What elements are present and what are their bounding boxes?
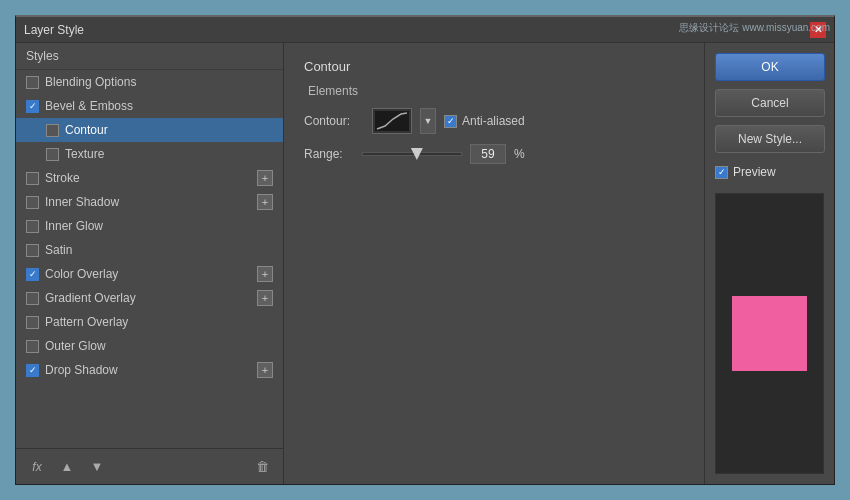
sidebar-item-stroke[interactable]: Stroke+ — [16, 166, 283, 190]
label-contour: Contour — [65, 123, 108, 137]
range-input[interactable] — [470, 144, 506, 164]
label-pattern-overlay: Pattern Overlay — [45, 315, 128, 329]
layer-style-dialog: Layer Style 思缘设计论坛 www.missyuan.com ✕ St… — [15, 15, 835, 485]
right-panel: OK Cancel New Style... Preview — [704, 43, 834, 484]
label-inner-glow: Inner Glow — [45, 219, 103, 233]
dialog-body: Styles Blending OptionsBevel & EmbossCon… — [16, 43, 834, 484]
checkbox-pattern-overlay[interactable] — [26, 316, 39, 329]
sidebar-item-outer-glow[interactable]: Outer Glow — [16, 334, 283, 358]
watermark: 思缘设计论坛 www.missyuan.com — [679, 21, 830, 35]
center-panel: Contour Elements Contour: ▼ Anti-aliased — [284, 43, 704, 484]
checkbox-contour[interactable] — [46, 124, 59, 137]
checkbox-color-overlay[interactable] — [26, 268, 39, 281]
add-btn-color-overlay[interactable]: + — [257, 266, 273, 282]
panel-footer: fx ▲ ▼ 🗑 — [16, 448, 283, 484]
add-btn-drop-shadow[interactable]: + — [257, 362, 273, 378]
label-bevel-emboss: Bevel & Emboss — [45, 99, 133, 113]
style-list: Blending OptionsBevel & EmbossContourTex… — [16, 70, 283, 448]
sidebar-item-contour[interactable]: Contour — [16, 118, 283, 142]
sidebar-item-gradient-overlay[interactable]: Gradient Overlay+ — [16, 286, 283, 310]
label-stroke: Stroke — [45, 171, 80, 185]
sidebar-item-texture[interactable]: Texture — [16, 142, 283, 166]
checkbox-inner-shadow[interactable] — [26, 196, 39, 209]
checkbox-texture[interactable] — [46, 148, 59, 161]
label-color-overlay: Color Overlay — [45, 267, 118, 281]
ok-button[interactable]: OK — [715, 53, 825, 81]
delete-button[interactable]: 🗑 — [251, 457, 273, 477]
label-inner-shadow: Inner Shadow — [45, 195, 119, 209]
styles-header: Styles — [16, 43, 283, 70]
range-row: Range: % — [304, 144, 684, 164]
sidebar-item-color-overlay[interactable]: Color Overlay+ — [16, 262, 283, 286]
left-panel: Styles Blending OptionsBevel & EmbossCon… — [16, 43, 284, 484]
sidebar-item-bevel-emboss[interactable]: Bevel & Emboss — [16, 94, 283, 118]
range-thumb[interactable] — [411, 148, 423, 160]
sidebar-item-inner-shadow[interactable]: Inner Shadow+ — [16, 190, 283, 214]
add-btn-stroke[interactable]: + — [257, 170, 273, 186]
label-outer-glow: Outer Glow — [45, 339, 106, 353]
contour-label: Contour: — [304, 114, 364, 128]
new-style-button[interactable]: New Style... — [715, 125, 825, 153]
contour-preview[interactable] — [372, 108, 412, 134]
sidebar-item-pattern-overlay[interactable]: Pattern Overlay — [16, 310, 283, 334]
preview-row: Preview — [715, 165, 824, 179]
fx-button[interactable]: fx — [26, 457, 48, 477]
checkbox-inner-glow[interactable] — [26, 220, 39, 233]
label-drop-shadow: Drop Shadow — [45, 363, 118, 377]
range-label: Range: — [304, 147, 354, 161]
sidebar-item-satin[interactable]: Satin — [16, 238, 283, 262]
range-slider[interactable] — [362, 152, 462, 156]
anti-alias-label[interactable]: Anti-aliased — [444, 114, 525, 128]
preview-checkbox[interactable] — [715, 166, 728, 179]
sidebar-item-inner-glow[interactable]: Inner Glow — [16, 214, 283, 238]
checkbox-gradient-overlay[interactable] — [26, 292, 39, 305]
contour-row: Contour: ▼ Anti-aliased — [304, 108, 684, 134]
range-unit: % — [514, 147, 525, 161]
label-blending-options: Blending Options — [45, 75, 136, 89]
label-satin: Satin — [45, 243, 72, 257]
preview-area — [715, 193, 824, 474]
anti-alias-row: Anti-aliased — [444, 114, 525, 128]
add-btn-inner-shadow[interactable]: + — [257, 194, 273, 210]
cancel-button[interactable]: Cancel — [715, 89, 825, 117]
checkbox-drop-shadow[interactable] — [26, 364, 39, 377]
preview-label: Preview — [733, 165, 776, 179]
checkbox-outer-glow[interactable] — [26, 340, 39, 353]
preview-square — [732, 296, 807, 371]
section-title: Contour — [304, 59, 684, 74]
sidebar-item-drop-shadow[interactable]: Drop Shadow+ — [16, 358, 283, 382]
contour-dropdown[interactable]: ▼ — [420, 108, 436, 134]
move-down-button[interactable]: ▼ — [86, 457, 108, 477]
label-texture: Texture — [65, 147, 104, 161]
anti-alias-checkbox[interactable] — [444, 115, 457, 128]
title-bar: Layer Style 思缘设计论坛 www.missyuan.com ✕ — [16, 17, 834, 43]
sidebar-item-blending-options[interactable]: Blending Options — [16, 70, 283, 94]
checkbox-satin[interactable] — [26, 244, 39, 257]
move-up-button[interactable]: ▲ — [56, 457, 78, 477]
checkbox-bevel-emboss[interactable] — [26, 100, 39, 113]
checkbox-blending-options[interactable] — [26, 76, 39, 89]
checkbox-stroke[interactable] — [26, 172, 39, 185]
dialog-title: Layer Style — [24, 23, 84, 37]
label-gradient-overlay: Gradient Overlay — [45, 291, 136, 305]
sub-title: Elements — [304, 84, 684, 98]
add-btn-gradient-overlay[interactable]: + — [257, 290, 273, 306]
